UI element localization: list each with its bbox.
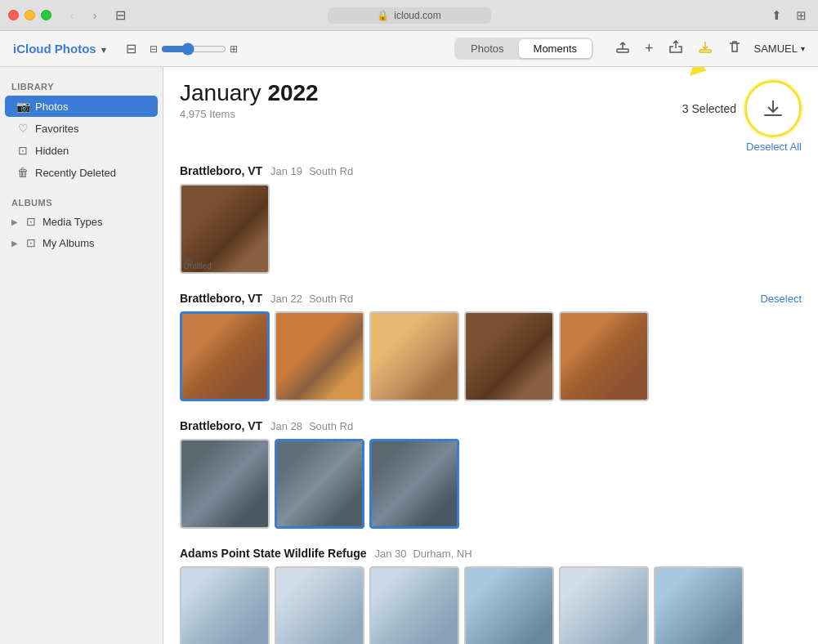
photo-group-jan19: Brattleboro, VT Jan 19 South Rd ♡ Untitl… [180,164,802,274]
user-caret: ▾ [801,44,805,53]
selected-count-text: 3 Selected [682,102,736,115]
content-area: January 2022 4,975 Items 3 Selected [163,67,818,644]
window-controls [8,10,51,20]
delete-button[interactable] [725,37,744,60]
group-location-adams: Adams Point State Wildlife Refuge Jan 30… [180,547,472,560]
photo-thumb[interactable] [654,566,744,644]
app-name-photos: Photos [55,42,96,56]
photo-group-adams-point: Adams Point State Wildlife Refuge Jan 30… [180,547,802,644]
upload-button[interactable] [613,37,632,60]
albums-icon: ⊡ [25,236,38,249]
app-title-caret[interactable]: ▾ [101,45,106,55]
maximize-button[interactable] [41,10,51,20]
photo-group-header-jan28: Brattleboro, VT Jan 28 South Rd [180,419,802,432]
photo-image [181,441,268,527]
zoom-slider[interactable] [161,42,226,56]
annotation-arrow-svg [655,67,753,80]
sidebar-item-recently-deleted[interactable]: 🗑 Recently Deleted [5,162,158,183]
toolbar: iCloud Photos ▾ ⊟ ⊟ ⊞ Photos Moments + S… [0,31,818,67]
group-sublocation-22: South Rd [309,293,353,305]
tab-expand-button[interactable]: ⊞ [792,7,810,25]
sidebar-item-favorites[interactable]: ♡ Favorites [5,118,158,139]
add-button[interactable]: + [642,38,656,60]
url-bar[interactable]: 🔒 icloud.com [328,7,491,24]
app-title: iCloud Photos ▾ [13,42,106,56]
group-location-name-adams: Adams Point State Wildlife Refuge [180,547,367,560]
photo-label: Untitled [184,262,212,271]
photo-image [655,568,742,644]
download-toolbar-button[interactable] [695,37,715,60]
svg-line-2 [695,67,744,70]
photo-thumb[interactable] [275,566,364,644]
deselect-link-jan22[interactable]: Deselect [760,293,802,305]
page-title: January 2022 [180,80,319,106]
sidebar-item-favorites-label: Favorites [35,123,78,135]
trash-icon: 🗑 [16,166,29,179]
group-sublocation: South Rd [309,165,353,177]
share-button[interactable] [666,37,686,60]
download-annotation-container [744,80,802,137]
photo-thumb[interactable] [464,311,554,401]
photo-group-header-jan19: Brattleboro, VT Jan 19 South Rd [180,164,802,177]
tab-photos[interactable]: Photos [456,39,518,58]
expand-icon-albums: ▶ [11,239,18,248]
group-date: Jan 19 [270,165,302,177]
photo-thumb[interactable] [559,311,649,401]
group-date-22: Jan 22 [270,293,302,305]
download-circle-icon [760,96,786,122]
year-label: 2022 [267,80,318,105]
sidebar-item-photos-label: Photos [35,101,68,113]
toolbar-actions: + SAMUEL ▾ [613,37,805,60]
deselect-all-link[interactable]: Deselect All [746,141,802,153]
photo-thumb[interactable] [275,311,364,401]
titlebar: ‹ › ⊟ 🔒 icloud.com ⬆ ⊞ [0,0,818,31]
zoom-out-icon: ⊟ [150,43,158,55]
photo-thumb[interactable] [180,566,270,644]
photos-icon: 📷 [16,100,29,113]
photo-thumb[interactable] [559,566,649,644]
back-button[interactable]: ‹ [63,7,81,25]
view-tabs: Photos Moments [454,38,593,60]
photo-thumb[interactable] [369,311,459,401]
photo-image [182,314,267,399]
sidebar: Library 📷 Photos ♡ Favorites ⊡ Hidden 🗑 … [0,67,163,644]
photo-thumb[interactable] [369,439,459,529]
group-sublocation-adams: Durham, NH [413,548,472,560]
sidebar-group-media-types-label: Media Types [42,216,102,228]
photo-thumb[interactable] [464,566,554,644]
selection-info: 3 Selected [682,80,802,153]
group-location-name-22: Brattleboro, VT [180,292,262,305]
photo-image [277,441,362,526]
photo-thumb[interactable]: ♡ Untitled [180,184,270,274]
group-date-28: Jan 28 [270,420,302,432]
group-location-name-28: Brattleboro, VT [180,419,262,432]
photo-thumb[interactable] [180,439,270,529]
download-annotation-circle [744,80,802,137]
forward-button[interactable]: › [86,7,104,25]
sidebar-item-photos[interactable]: 📷 Photos [5,96,158,117]
sidebar-toggle-toolbar[interactable]: ⊟ [121,39,141,58]
sidebar-toggle-button[interactable]: ⊟ [110,6,131,25]
user-menu[interactable]: SAMUEL ▾ [754,42,805,55]
hidden-icon: ⊡ [16,144,29,157]
favorites-icon: ♡ [16,122,29,135]
library-section-label: Library [0,75,163,95]
group-sublocation-28: South Rd [309,420,353,432]
group-location-jan28: Brattleboro, VT Jan 28 South Rd [180,419,353,432]
photo-image [276,313,363,400]
minimize-button[interactable] [25,10,35,20]
sidebar-item-hidden[interactable]: ⊡ Hidden [5,140,158,161]
close-button[interactable] [8,10,19,20]
photo-thumb[interactable] [369,566,459,644]
photo-thumb[interactable] [180,311,270,401]
photo-image [371,568,458,644]
share-ext-button[interactable]: ⬆ [767,7,785,25]
photo-thumb[interactable] [275,439,364,529]
sidebar-group-media-types[interactable]: ▶ ⊡ Media Types [0,211,163,232]
sidebar-group-my-albums[interactable]: ▶ ⊡ My Albums [0,232,163,253]
user-name: SAMUEL [754,42,798,55]
sidebar-group-my-albums-label: My Albums [42,237,95,249]
lock-icon: 🔒 [377,10,389,21]
titlebar-actions: ⬆ ⊞ [767,7,810,25]
tab-moments[interactable]: Moments [519,39,592,58]
